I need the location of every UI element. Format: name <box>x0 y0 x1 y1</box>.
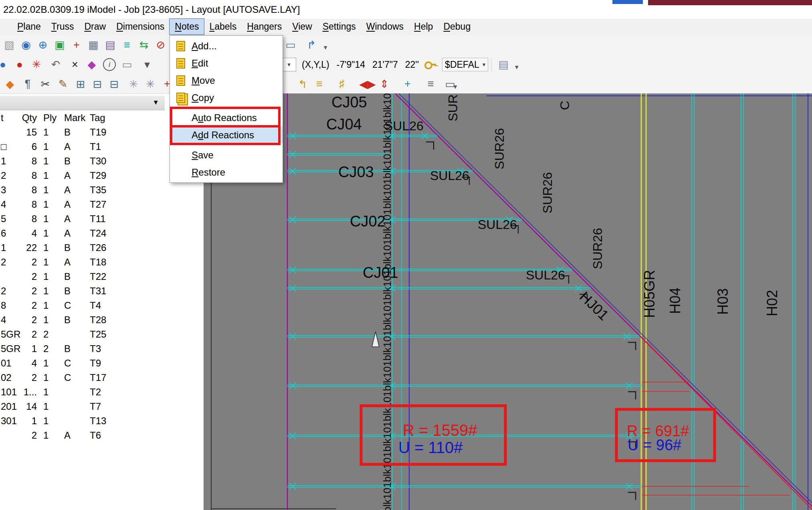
table-row[interactable]: 381AT35 <box>0 183 165 197</box>
notes-menu-item-restore[interactable]: Restore <box>170 164 283 181</box>
flip-horizontal-icon[interactable]: ◀▶ <box>360 77 375 92</box>
external-blue-strip <box>612 0 643 4</box>
partial-circle-icon[interactable]: ● <box>0 57 10 72</box>
list-rows-icon[interactable]: ≡ <box>423 77 438 92</box>
info-icon[interactable]: i <box>103 58 116 71</box>
table-row[interactable]: 21BT22 <box>0 269 165 284</box>
table-row[interactable]: 5GR12BT3 <box>0 342 165 356</box>
notes-menu-item-copy[interactable]: Copy <box>170 89 283 106</box>
menu-draw[interactable]: Draw <box>79 19 111 34</box>
window-cascade-icon[interactable]: ⊟ <box>107 77 122 92</box>
menu-truss[interactable]: Truss <box>46 19 79 34</box>
tool-diamond-icon[interactable]: ◆ <box>2 77 18 92</box>
delete-icon[interactable]: × <box>67 57 83 72</box>
bend-arrow-icon[interactable]: ↰ <box>295 77 310 92</box>
fit-screen-icon[interactable]: ▣ <box>52 37 67 53</box>
cell-qty: 1... <box>16 385 37 399</box>
table-row[interactable]: 481AT27 <box>0 197 165 212</box>
flip-vertical-icon[interactable]: ⇕ <box>377 77 392 92</box>
cell-mark: B <box>64 313 71 327</box>
undo-icon[interactable]: ↶ <box>48 57 63 72</box>
toolbar-more-icon[interactable]: ▾ <box>139 57 155 72</box>
cad-canvas[interactable]: CJ05CJ04SUL26CJ03SUL26CJ02SUL26CJ01SUL26… <box>204 93 812 510</box>
cell-ply: 1 <box>43 212 59 226</box>
menu-labels[interactable]: Labels <box>204 19 242 34</box>
cell-qty: 2 <box>16 327 37 342</box>
pan-icon[interactable]: + <box>69 37 84 53</box>
window-new-icon[interactable]: ⊞ <box>73 77 88 92</box>
table-row[interactable]: 641AT24 <box>0 226 165 241</box>
table-row[interactable]: 821CT4 <box>0 298 165 313</box>
menu-separator <box>172 145 281 145</box>
cell-ply: 1 <box>43 269 59 284</box>
cell-tag: T17 <box>90 370 106 385</box>
notes-menu-item-save[interactable]: Save <box>170 146 283 164</box>
plan-grid-icon[interactable]: ▤ <box>103 37 118 53</box>
table-row[interactable]: 201141T7 <box>0 399 165 414</box>
table-row[interactable]: 581AT11 <box>0 212 165 226</box>
properties-panel-icon[interactable]: ▭ <box>119 57 135 72</box>
table-row[interactable]: 421BT28 <box>0 313 165 327</box>
no-display-icon[interactable]: ⊘ <box>153 37 168 53</box>
zoom-truss-icon[interactable]: ◉ <box>18 37 34 53</box>
cell-ply: 2 <box>43 342 59 356</box>
default-preset-dropdown[interactable]: $DEFAL ▾ <box>442 58 488 71</box>
menu-plane[interactable]: Plane <box>12 19 46 34</box>
table-row[interactable]: 0221CT17 <box>0 370 165 385</box>
draw-pen-icon[interactable]: ✎ <box>55 77 71 92</box>
table-row[interactable]: 221AT18 <box>0 255 165 269</box>
toolbar1-overflow-icon[interactable]: ▾ <box>321 37 330 53</box>
sheet-number-icon[interactable]: ¶ <box>20 77 35 92</box>
table-row[interactable]: 181BT30 <box>0 154 165 168</box>
toolbar2-overflow-icon[interactable]: ▾ <box>512 57 521 73</box>
cell-ply: 1 <box>43 197 59 212</box>
cell-tag: T29 <box>90 168 106 183</box>
notes-menu-item-move[interactable]: Move <box>170 72 283 89</box>
snap-asterisk-icon[interactable]: ✳ <box>29 57 44 72</box>
refresh-view-icon[interactable]: ⇆ <box>136 37 151 53</box>
menu-notes[interactable]: Notes <box>170 19 204 34</box>
menu-separator <box>172 107 281 108</box>
point-marker-icon[interactable]: ● <box>12 57 27 72</box>
model-view-icon[interactable]: ▦ <box>86 37 101 53</box>
menu-hangers[interactable]: Hangers <box>242 19 287 34</box>
table-row[interactable]: 30111T13 <box>0 414 165 428</box>
spark-icon[interactable]: ✳ <box>126 77 141 92</box>
spark-alt-icon[interactable]: ✳ <box>143 77 158 92</box>
window-tile-icon[interactable]: ⊟ <box>90 77 105 92</box>
table-row[interactable]: 21AT6 <box>0 428 165 443</box>
menu-settings[interactable]: Settings <box>317 19 361 34</box>
menu-dimensions[interactable]: Dimensions <box>111 19 170 34</box>
toolbar3-overflow-icon[interactable]: ▾ <box>450 76 460 92</box>
send-page-icon[interactable]: ↱ <box>304 37 319 53</box>
panel-filter-bar[interactable]: ▼ <box>0 96 165 110</box>
fence-icon[interactable]: ♯ <box>334 77 349 92</box>
world-view-icon[interactable]: ⊕ <box>35 37 50 53</box>
window-icon[interactable]: ▭ <box>283 37 298 53</box>
layers-icon[interactable]: ▤ <box>496 57 511 72</box>
table-row[interactable]: 1011...1T2 <box>0 385 165 399</box>
table-row[interactable]: 0141CT9 <box>0 356 165 370</box>
menu-windows[interactable]: Windows <box>361 19 409 34</box>
move-compass-icon[interactable]: + <box>400 77 415 92</box>
table-row[interactable]: 151BT19 <box>0 125 165 140</box>
style-combo[interactable]: ▾ <box>282 58 296 71</box>
menu-view[interactable]: View <box>287 19 317 34</box>
table-row[interactable]: 5GR22T25 <box>0 327 165 342</box>
cut-icon[interactable]: ✂ <box>38 77 53 92</box>
table-row[interactable]: 281AT29 <box>0 168 165 183</box>
cad-label-h05gr: H05GR <box>641 270 658 318</box>
menu-help[interactable]: Help <box>409 19 438 34</box>
table-row[interactable]: 1221BT26 <box>0 241 165 255</box>
notes-menu-item-auto-reactions[interactable]: Auto Reactions <box>170 109 283 126</box>
table-row[interactable]: □61AT1 <box>0 140 165 154</box>
bearing-lines-icon[interactable]: ≡ <box>312 77 327 92</box>
table-row[interactable]: 221BT31 <box>0 284 165 298</box>
level-layers-icon[interactable]: ≡ <box>119 37 135 53</box>
notes-menu-item-add-reactions[interactable]: Add Reactions <box>170 126 283 144</box>
notes-menu-item-add[interactable]: Add... <box>170 37 283 55</box>
menu-debug[interactable]: Debug <box>438 19 476 34</box>
notes-menu-item-edit[interactable]: Edit <box>170 55 283 72</box>
color-swap-icon[interactable]: ◆ <box>84 57 99 72</box>
partial-toolbar-icon[interactable]: ▧ <box>2 37 17 53</box>
